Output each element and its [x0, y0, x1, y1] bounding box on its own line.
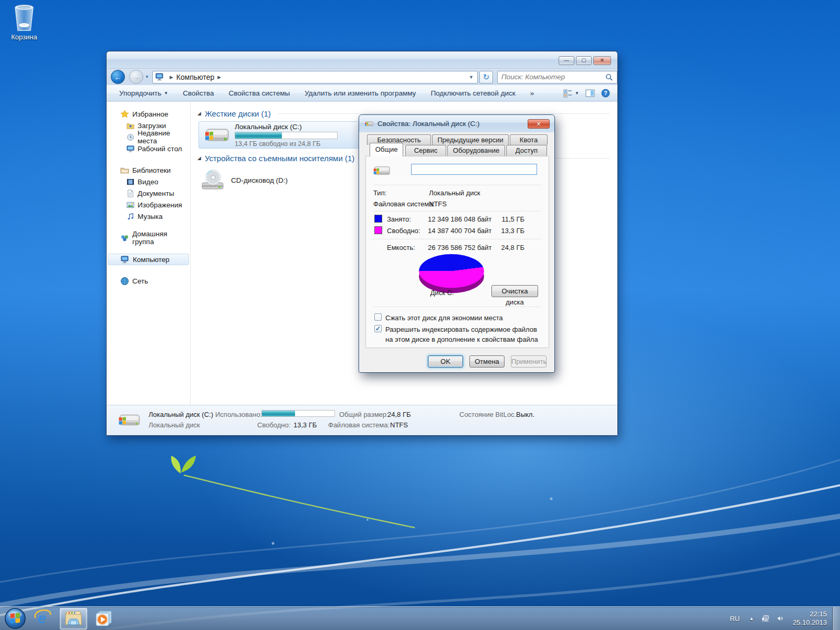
compress-checkbox[interactable] [374, 313, 382, 321]
taskbar: e RU ▲ [0, 606, 840, 630]
capacity-bytes: 26 736 586 752 байт [428, 244, 490, 251]
details-pane: Локальный диск (C:) Локальный диск Испол… [107, 405, 617, 435]
disk-usage-bar [235, 132, 338, 139]
clock-date: 25.10.2013 [793, 618, 827, 627]
status-usage-bar [261, 410, 335, 417]
svg-text:?: ? [604, 90, 607, 96]
chevron-down-icon: ▼ [164, 91, 168, 96]
preview-pane-icon[interactable] [585, 89, 595, 97]
sidebar-item-libraries[interactable]: Библиотеки [107, 164, 190, 176]
recent-places-icon [127, 133, 134, 141]
sidebar-item-computer[interactable]: Компьютер [108, 254, 189, 265]
volume-label-input[interactable] [411, 164, 537, 175]
taskbar-internet-explorer[interactable]: e [29, 608, 57, 629]
used-bytes: 12 349 186 048 байт [428, 215, 490, 223]
tab-hardware[interactable]: Оборудование [447, 145, 505, 156]
apply-button: Применить [511, 355, 547, 368]
free-color-swatch [374, 226, 382, 234]
refresh-icon: ↻ [483, 72, 490, 81]
back-button[interactable]: ← [111, 70, 125, 84]
uninstall-program-button[interactable]: Удалить или изменить программу [297, 89, 423, 97]
cd-drive-name: CD-дисковод (D:) [231, 176, 288, 184]
taskbar-clock[interactable]: 22:15 25.10.2013 [786, 610, 832, 627]
minimize-icon: — [564, 57, 569, 63]
address-bar[interactable]: ▶ Компьютер ▶ ▼ [152, 71, 478, 83]
sidebar-item-homegroup[interactable]: Домашняя группа [107, 232, 190, 244]
breadcrumb-arrow-2[interactable]: ▶ [214, 75, 224, 80]
clock-time: 22:15 [793, 610, 827, 618]
homegroup-icon [120, 234, 129, 243]
dialog-close-button[interactable]: ✕ [528, 119, 550, 129]
sidebar-item-network[interactable]: Сеть [107, 275, 190, 287]
language-indicator[interactable]: RU [724, 615, 745, 623]
cd-drive-icon [200, 168, 226, 192]
search-input[interactable] [498, 72, 604, 82]
address-dropdown-icon[interactable]: ▼ [465, 75, 477, 80]
views-button[interactable]: ▼ [563, 89, 579, 98]
free-size: 13,3 ГБ [494, 227, 524, 235]
hard-drive-icon [203, 124, 230, 146]
start-button[interactable] [4, 607, 26, 629]
sidebar-item-recent-places[interactable]: Недавние места [107, 131, 190, 143]
taskbar-media-player[interactable] [90, 608, 118, 629]
volume-tray-icon[interactable] [774, 613, 786, 624]
forward-button[interactable]: → [129, 70, 143, 84]
status-drive-name: Локальный диск (C:) [149, 411, 213, 418]
breadcrumb[interactable]: Компьютер [176, 73, 214, 81]
filesystem-value: NTFS [429, 200, 447, 208]
explorer-folder-icon [65, 611, 82, 626]
views-icon [563, 89, 573, 98]
organize-button[interactable]: Упорядочить ▼ [112, 89, 175, 97]
drive-icon [372, 163, 391, 178]
sidebar-item-music[interactable]: Музыка [107, 211, 190, 222]
tab-previous-versions[interactable]: Предыдущие версии [432, 134, 509, 145]
recent-pages-dropdown[interactable]: ▼ [145, 75, 149, 79]
back-icon: ← [114, 73, 122, 81]
hidden-icons-button[interactable]: ▲ [745, 616, 758, 621]
desktop: Корзина — ▢ ✕ ← → ▼ ▶ Компьютер ▶ ▼ [0, 0, 840, 630]
ok-button[interactable]: OK [428, 355, 463, 368]
status-fs-label: Файловая система: [328, 421, 390, 429]
free-bytes: 14 387 400 704 байт [428, 227, 490, 235]
tab-tools[interactable]: Сервис [405, 145, 446, 156]
index-checkbox[interactable]: ✓ [374, 325, 382, 332]
index-checkbox-label: Разрешить индексировать содержимое файло… [385, 325, 541, 345]
show-desktop-button[interactable] [832, 607, 840, 630]
forward-icon: → [133, 73, 140, 81]
close-button[interactable]: ✕ [593, 56, 611, 65]
tab-sharing[interactable]: Доступ [506, 145, 547, 156]
sidebar-item-pictures[interactable]: Изображения [107, 199, 190, 211]
tab-general[interactable]: Общие [370, 143, 403, 156]
taskbar-windows-explorer[interactable] [60, 608, 87, 629]
sidebar-item-documents[interactable]: Документы [107, 187, 190, 199]
properties-dialog: Свойства: Локальный диск (C:) ✕ Безопасн… [359, 114, 555, 373]
dialog-titlebar[interactable]: Свойства: Локальный диск (C:) [359, 115, 554, 132]
close-icon: ✕ [600, 57, 604, 63]
status-bitlocker-label: Состояние BitLoc... [459, 411, 520, 418]
check-icon: ✓ [375, 325, 381, 332]
collapse-icon: ◢ [197, 111, 201, 116]
status-drive-type: Локальный диск [149, 421, 200, 429]
breadcrumb-arrow: ▶ [166, 75, 176, 80]
minimize-button[interactable]: — [559, 56, 574, 65]
refresh-button[interactable]: ↻ [479, 71, 493, 83]
close-icon: ✕ [536, 121, 541, 127]
sidebar-item-favorites[interactable]: Избранное [107, 108, 190, 120]
disk-cleanup-button[interactable]: Очистка диска [491, 285, 538, 297]
status-used-label: Использовано: [215, 411, 262, 418]
recycle-bin[interactable]: Корзина [4, 3, 44, 41]
cancel-button[interactable]: Отмена [469, 355, 505, 368]
tab-quota[interactable]: Квота [510, 134, 548, 145]
network-tray-icon[interactable] [758, 613, 774, 624]
window-titlebar[interactable] [107, 51, 617, 69]
sidebar-item-desktop[interactable]: Рабочий стол [107, 143, 190, 154]
properties-button[interactable]: Свойства [175, 89, 221, 97]
toolbar-overflow-button[interactable]: » [523, 89, 542, 97]
maximize-button[interactable]: ▢ [576, 56, 592, 65]
map-network-drive-button[interactable]: Подключить сетевой диск [423, 89, 522, 97]
sidebar-item-video[interactable]: Видео [107, 176, 190, 187]
disk-label: Диск C: [408, 289, 476, 297]
help-icon[interactable]: ? [601, 89, 610, 98]
status-fs-value: NTFS [390, 421, 408, 429]
system-properties-button[interactable]: Свойства системы [222, 89, 298, 97]
